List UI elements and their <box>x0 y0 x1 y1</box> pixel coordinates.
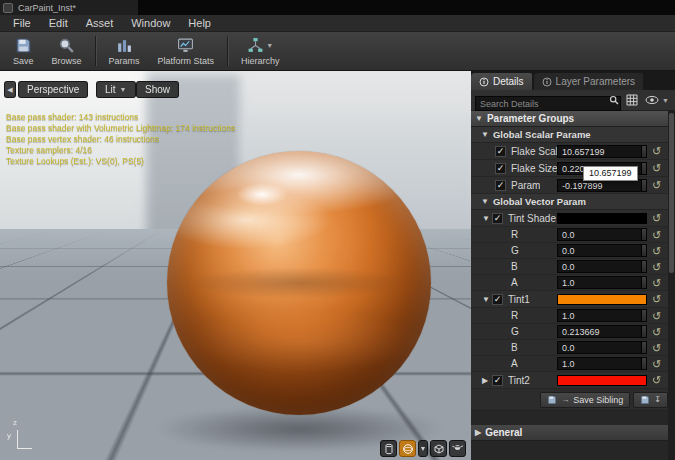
lit-mode-button[interactable]: Lit ▼ <box>96 81 136 98</box>
reset-to-default-icon[interactable]: ↺ <box>652 145 661 158</box>
check-icon: ✓ <box>494 376 502 385</box>
parameter-groups-header[interactable]: ▼ Parameter Groups <box>471 111 675 127</box>
channel-label: R <box>511 310 518 321</box>
spinner-handle[interactable] <box>641 146 646 157</box>
window-title: CarPaint_Inst* <box>18 3 76 13</box>
reset-to-default-icon[interactable]: ↺ <box>652 293 661 306</box>
spinner-handle[interactable] <box>641 261 646 272</box>
spinner-handle[interactable] <box>641 326 646 337</box>
save-sibling-button[interactable]: → Save Sibling <box>540 392 630 408</box>
axis-z-line <box>17 430 18 449</box>
platform-stats-button[interactable]: Platform Stats <box>149 32 224 70</box>
axis-y-line <box>17 448 32 449</box>
reset-to-default-icon[interactable]: ↺ <box>652 245 661 258</box>
save-button[interactable]: Save <box>4 32 43 70</box>
reset-to-default-icon[interactable]: ↺ <box>652 374 661 387</box>
tint-shade-b-field[interactable]: 0.0 <box>557 260 647 273</box>
spinner-handle[interactable] <box>641 358 646 369</box>
param-row-flake-size: ✓ Flake Size 0.2204 ↺ <box>471 160 675 177</box>
search-row: ▼ <box>471 90 675 111</box>
spinner-handle[interactable] <box>641 277 646 288</box>
reset-to-default-icon[interactable]: ↺ <box>652 179 661 192</box>
hierarchy-button[interactable]: ▼ Hierarchy <box>232 32 289 70</box>
save-child-button[interactable]: ↧ <box>633 392 668 408</box>
tint-shade-r-field[interactable]: 0.0 <box>557 228 647 241</box>
tint1-checkbox[interactable]: ✓ <box>492 294 503 305</box>
flake-scale-label: Flake Scale <box>511 146 563 157</box>
spinner-handle[interactable] <box>641 180 646 191</box>
tint-shade-checkbox[interactable]: ✓ <box>492 213 503 224</box>
flake-scale-checkbox[interactable]: ✓ <box>495 146 506 157</box>
save-sibling-label: Save Sibling <box>573 395 623 405</box>
reset-to-default-icon[interactable]: ↺ <box>652 277 661 290</box>
cube-shape-button[interactable] <box>430 440 447 457</box>
tab-layer-parameters[interactable]: Layer Parameters <box>534 73 643 90</box>
cylinder-shape-button[interactable] <box>380 440 397 457</box>
reset-to-default-icon[interactable]: ↺ <box>652 342 661 355</box>
spinner-handle[interactable] <box>641 310 646 321</box>
reset-to-default-icon[interactable]: ↺ <box>652 212 661 225</box>
reset-to-default-icon[interactable]: ↺ <box>652 229 661 242</box>
spinner-handle[interactable] <box>641 245 646 256</box>
menu-file[interactable]: File <box>4 16 40 30</box>
viewport-toolbar-collapse-button[interactable]: ◀ <box>4 81 16 98</box>
display-grid-button[interactable] <box>624 92 640 108</box>
tint1-b-field[interactable]: 0.0 <box>557 341 647 354</box>
param-checkbox[interactable]: ✓ <box>495 180 506 191</box>
expander-icon: ▼ <box>481 197 489 206</box>
global-scalar-group-header[interactable]: ▼ Global Scalar Parame <box>471 127 675 143</box>
save-row: → Save Sibling ↧ <box>471 389 675 411</box>
general-section-header[interactable]: ▶ General <box>471 425 675 441</box>
global-vector-group-header[interactable]: ▼ Global Vector Param <box>471 194 675 210</box>
spinner-handle[interactable] <box>641 229 646 240</box>
hierarchy-label: Hierarchy <box>241 56 280 66</box>
expander-icon: ▼ <box>475 114 483 123</box>
tint1-a-field[interactable]: 1.0 <box>557 357 647 370</box>
tint2-checkbox[interactable]: ✓ <box>492 375 503 386</box>
menu-edit[interactable]: Edit <box>40 16 77 30</box>
details-scrollbar[interactable] <box>668 111 675 460</box>
tint1-r-field[interactable]: 1.0 <box>557 309 647 322</box>
axis-y-label: y <box>7 431 11 440</box>
menu-asset[interactable]: Asset <box>77 16 123 30</box>
scrollbar-thumb[interactable] <box>669 113 674 273</box>
spinner-handle[interactable] <box>641 342 646 353</box>
reset-to-default-icon[interactable]: ↺ <box>652 162 661 175</box>
check-icon: ✓ <box>497 147 505 156</box>
params-icon <box>116 37 133 54</box>
channel-label: R <box>511 229 518 240</box>
expander-icon[interactable]: ▶ <box>482 376 492 385</box>
material-preview-viewport[interactable]: ◀ Perspective Lit ▼ Show Base pass shade… <box>0 71 471 460</box>
menu-help[interactable]: Help <box>179 16 220 30</box>
search-details-input[interactable] <box>475 96 621 111</box>
view-options-eye-button[interactable]: ▼ <box>643 92 671 108</box>
asset-editor-tab[interactable]: CarPaint_Inst* <box>0 0 138 15</box>
tint-shade-color-swatch[interactable] <box>557 213 647 224</box>
expander-icon[interactable]: ▼ <box>482 214 492 223</box>
tint1-color-swatch[interactable] <box>557 294 647 305</box>
reset-to-default-icon[interactable]: ↺ <box>652 326 661 339</box>
sphere-shape-button[interactable] <box>399 440 416 457</box>
layer-parameters-tab-icon <box>542 77 552 87</box>
reset-to-default-icon[interactable]: ↺ <box>652 310 661 323</box>
tint1-g-field[interactable]: 0.213669 <box>557 325 647 338</box>
params-button[interactable]: Params <box>100 32 149 70</box>
flake-size-checkbox[interactable]: ✓ <box>495 163 506 174</box>
shape-dropdown-caret[interactable]: ▼ <box>418 440 428 457</box>
spinner-handle[interactable] <box>641 163 646 174</box>
perspective-button[interactable]: Perspective <box>18 81 88 98</box>
tint-shade-a-field[interactable]: 1.0 <box>557 276 647 289</box>
custom-mesh-button[interactable] <box>449 440 466 457</box>
tint2-color-swatch[interactable] <box>557 375 647 386</box>
browse-button[interactable]: Browse <box>43 32 91 70</box>
tab-details[interactable]: Details <box>471 73 532 90</box>
reset-to-default-icon[interactable]: ↺ <box>652 358 661 371</box>
expander-icon[interactable]: ▼ <box>482 295 492 304</box>
show-button[interactable]: Show <box>136 81 179 98</box>
menu-window[interactable]: Window <box>122 16 179 30</box>
stat-line: Texture samplers: 4/16 <box>6 145 235 156</box>
reset-to-default-icon[interactable]: ↺ <box>652 261 661 274</box>
flake-scale-value-field[interactable]: 10.657199 <box>557 145 647 158</box>
tint-shade-g-field[interactable]: 0.0 <box>557 244 647 257</box>
value-tooltip: 10.657199 <box>583 166 638 181</box>
